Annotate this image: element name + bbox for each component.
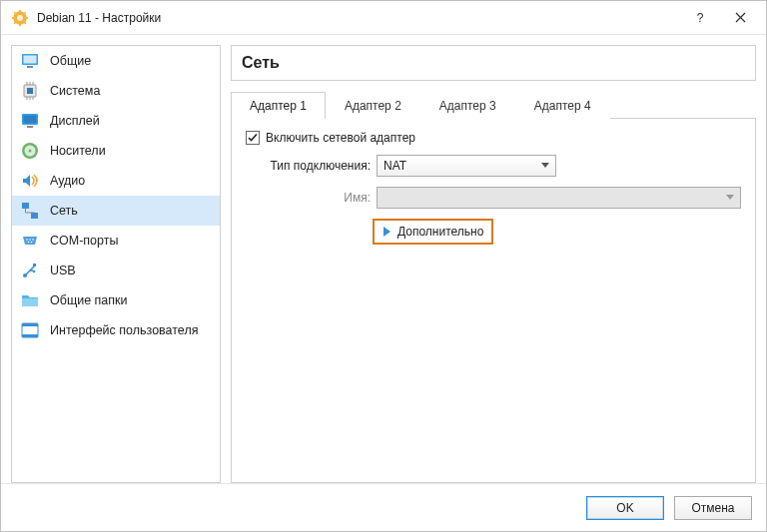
sidebar-item-audio[interactable]: Аудио [12,166,220,196]
sidebar-item-label: Общие [50,54,91,68]
svg-point-1 [17,15,23,21]
sidebar-item-label: COM-порты [50,234,118,248]
titlebar: Debian 11 - Настройки ? [1,1,766,35]
svg-rect-26 [27,126,33,128]
app-icon [11,9,29,27]
svg-point-5 [12,16,14,18]
display-icon [20,111,40,131]
name-label: Имя: [246,191,371,205]
sidebar-item-storage[interactable]: Носители [12,136,220,166]
connection-type-select[interactable]: NAT [377,155,556,177]
folder-icon [20,290,40,310]
svg-point-33 [29,239,31,241]
monitor-icon [20,51,40,71]
ok-button[interactable]: OK [586,496,664,520]
svg-rect-38 [33,264,36,266]
tab-adapter-2[interactable]: Адаптер 2 [326,92,420,119]
connection-type-value: NAT [384,159,406,173]
dialog-footer: OK Отмена [1,483,766,531]
svg-point-34 [32,239,34,241]
sidebar-item-label: USB [50,264,76,277]
chevron-down-icon [541,163,549,169]
svg-rect-14 [24,56,37,64]
sidebar-item-network[interactable]: Сеть [12,196,220,226]
sidebar-item-label: Носители [50,144,106,158]
sidebar-item-label: Общие папки [50,293,128,307]
speaker-icon [20,171,40,191]
sidebar-item-system[interactable]: Система [12,76,220,106]
svg-point-2 [19,9,21,11]
disk-icon [20,141,40,161]
svg-point-35 [28,242,30,244]
section-header: Сеть [231,45,756,81]
ui-layout-icon [20,320,40,340]
connection-type-label: Тип подключения: [246,159,371,173]
settings-sidebar: Общие Система Дисплей Носители [11,45,221,483]
window-body: Общие Система Дисплей Носители [1,35,766,483]
sidebar-item-shared-folders[interactable]: Общие папки [12,285,220,315]
sidebar-item-usb[interactable]: USB [12,256,220,285]
svg-rect-30 [22,203,29,209]
sidebar-item-display[interactable]: Дисплей [12,106,220,136]
svg-rect-42 [22,323,38,326]
svg-rect-43 [22,334,38,337]
sidebar-item-label: Интерфейс пользователя [50,323,198,337]
sidebar-item-label: Система [50,84,100,98]
sidebar-item-label: Сеть [50,204,78,218]
settings-window: Debian 11 - Настройки ? Общие Система [0,0,767,532]
enable-adapter-label: Включить сетевой адаптер [266,131,415,145]
enable-adapter-checkbox[interactable] [246,131,260,145]
chevron-down-icon [726,195,734,201]
sidebar-item-ui[interactable]: Интерфейс пользователя [12,315,220,345]
sidebar-item-label: Аудио [50,174,85,188]
advanced-row: Дополнительно [355,219,741,245]
help-button[interactable]: ? [680,5,720,31]
svg-rect-31 [31,213,38,219]
svg-point-39 [33,270,36,273]
adapter-tabs: Адаптер 1 Адаптер 2 Адаптер 3 Адаптер 4 [231,91,756,119]
svg-text:?: ? [697,12,704,24]
sidebar-item-serial[interactable]: COM-порты [12,226,220,256]
name-select [377,187,741,209]
main-panel: Сеть Адаптер 1 Адаптер 2 Адаптер 3 Адапт… [231,45,756,483]
window-title: Debian 11 - Настройки [37,11,680,25]
svg-point-3 [26,16,28,18]
svg-point-8 [14,22,16,24]
usb-icon [20,261,40,280]
name-row: Имя: [246,187,741,209]
sidebar-item-label: Дисплей [50,114,100,128]
svg-rect-17 [27,88,33,94]
svg-rect-25 [24,116,37,124]
svg-point-7 [24,22,26,24]
svg-point-29 [29,150,32,153]
cancel-button[interactable]: Отмена [674,496,752,520]
svg-point-9 [14,11,16,13]
enable-adapter-row: Включить сетевой адаптер [246,131,741,145]
tab-adapter-1[interactable]: Адаптер 1 [231,92,326,119]
svg-rect-40 [22,298,38,306]
connection-type-row: Тип подключения: NAT [246,155,741,177]
section-title: Сеть [242,54,745,72]
svg-point-4 [19,24,21,26]
svg-point-36 [31,242,33,244]
sidebar-item-general[interactable]: Общие [12,46,220,76]
advanced-label: Дополнительно [397,225,483,239]
serial-port-icon [20,231,40,251]
chip-icon [20,81,40,101]
svg-rect-15 [27,66,33,68]
triangle-right-icon [383,227,391,237]
tab-adapter-4[interactable]: Адаптер 4 [515,92,610,119]
close-button[interactable] [720,5,760,31]
svg-point-32 [26,239,28,241]
tab-adapter-3[interactable]: Адаптер 3 [420,92,515,119]
svg-point-6 [24,11,26,13]
network-icon [20,201,40,221]
adapter-settings: Включить сетевой адаптер Тип подключения… [231,119,756,483]
advanced-toggle[interactable]: Дополнительно [373,219,493,245]
